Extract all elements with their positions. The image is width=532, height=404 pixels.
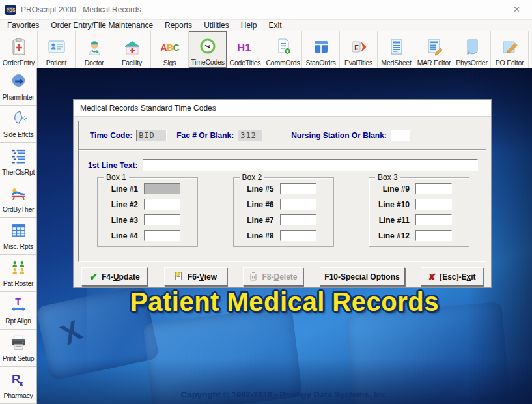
line-11-field[interactable] (415, 214, 452, 225)
rx-symbol-icon: R x (10, 371, 27, 391)
toolbar-label: PhysOrder (456, 59, 487, 66)
sidebar-item-pharmacy[interactable]: R x Pharmacy (0, 367, 36, 404)
sidebar-label: PharmInter (3, 93, 35, 101)
close-icon[interactable]: ✕ (508, 5, 525, 14)
f4-update-button[interactable]: ✔ F4-Update (81, 267, 148, 286)
svg-text:C: C (173, 42, 179, 53)
f10-special-options-button[interactable]: F10-Special Options (320, 267, 405, 286)
h1-text-icon: H1 (234, 35, 257, 59)
line-8-field[interactable] (280, 230, 316, 241)
note-pencil-icon (500, 35, 520, 59)
window-title: PROscript 2000 - Medical Records (21, 5, 508, 14)
doctor-icon (85, 35, 104, 59)
svg-text:PDS: PDS (7, 7, 16, 12)
f8-delete-button[interactable]: F8-Delete (243, 267, 303, 286)
sidebar-label: Pat Roster (3, 280, 34, 287)
people-group-icon (10, 259, 27, 279)
sidebar-label: Print Setup (3, 354, 35, 362)
sidebar-label: Pharmacy (4, 392, 33, 399)
table-window-icon (311, 35, 331, 59)
toolbar-button-facility[interactable]: Facility (113, 31, 151, 68)
sidebar-item-ordbyther[interactable]: OrdByTher (0, 180, 36, 218)
toolbar-button-doctor[interactable]: Doctor (76, 31, 113, 68)
sidebar-label: Misc. Rpts (3, 242, 33, 250)
red-x-icon: ✘ (428, 272, 436, 282)
sidebar-item-rpt-align[interactable]: T Rpt Align (0, 292, 36, 329)
sidebar-label: TherClsRpt (2, 168, 35, 176)
fac-number-field[interactable] (238, 130, 262, 141)
line-7-field[interactable] (280, 214, 316, 225)
box-1-group: Box 1 Line #1 Line #2 Line #3 Line #4 (97, 177, 198, 247)
toolbar-button-codetitles[interactable]: H1 CodeTitles (227, 31, 264, 68)
toolbar-label: OrderEntry (3, 59, 35, 66)
med-sheet-icon (387, 35, 406, 59)
line-10-field[interactable] (415, 199, 452, 210)
menu-item-help[interactable]: Help (235, 21, 263, 30)
time-codes-dialog: Medical Records Standard Time Codes Time… (73, 99, 492, 288)
clipboard-icon (9, 35, 29, 59)
toolbar-button-orderentry[interactable]: OrderEntry (0, 31, 38, 68)
toolbar-button-commords[interactable]: CommOrds (264, 31, 302, 68)
id-card-icon (47, 35, 66, 59)
toolbar-button-physorder[interactable]: PhysOrder (453, 31, 491, 68)
time-code-field[interactable] (136, 130, 167, 141)
line-6-field[interactable] (280, 199, 316, 210)
sidebar-label: OrdByTher (3, 205, 35, 213)
fac-label: Fac # Or Blank: (176, 131, 234, 140)
app-logo-icon: PDS (5, 5, 16, 15)
toolbar-button-stanordrs[interactable]: StanOrdrs (302, 31, 340, 68)
sidebar: PharmInter Side Effcts (0, 68, 37, 404)
toolbar-button-po-editor[interactable]: PO Editor (491, 31, 529, 68)
menu-item-exit[interactable]: Exit (262, 21, 287, 30)
nursing-station-field[interactable] (391, 130, 410, 141)
sidebar-item-pat-roster[interactable]: Pat Roster (0, 255, 36, 292)
text-align-icon: T (10, 296, 27, 316)
banner-title: Patient Medical Records (37, 287, 532, 317)
indented-list-icon (10, 147, 27, 167)
trash-can-icon (249, 271, 258, 283)
line-1-field[interactable] (144, 183, 180, 194)
line-2-field[interactable] (144, 199, 180, 210)
svg-text:T: T (15, 297, 21, 308)
sidebar-item-print-setup[interactable]: Print Setup (0, 330, 36, 367)
toolbar-label: Facility (122, 59, 142, 66)
f6-view-button[interactable]: F6-View (164, 267, 227, 286)
toolbar-label: Sigs (163, 59, 176, 66)
report-table-icon (10, 222, 27, 242)
toolbar-label: MedSheet (381, 59, 411, 66)
line-4-field[interactable] (144, 230, 180, 241)
sidebar-item-therclsrpt[interactable]: TherClsRpt (0, 143, 36, 180)
menu-item-utilities[interactable]: Utilities (198, 21, 235, 30)
esc-exit-button[interactable]: ✘ [Esc]-Exit (421, 267, 483, 286)
sidebar-label: Rpt Align (5, 317, 31, 325)
menu-bar: Favorites Order Entry/File Maintenance R… (0, 20, 532, 31)
line-9-field[interactable] (415, 183, 452, 194)
toolbar-label: TimeCodes (191, 58, 225, 66)
toolbar-button-sigs[interactable]: A B C Sigs (151, 31, 189, 68)
line-12-field[interactable] (415, 230, 452, 241)
toolbar-label: Patient (46, 59, 66, 66)
menu-item-reports[interactable]: Reports (159, 21, 198, 30)
nursing-station-label: Nursing Station Or Blank: (291, 131, 387, 140)
toolbar-label: MAR Editor (417, 59, 451, 66)
sidebar-item-pharminter[interactable]: PharmInter (0, 68, 36, 106)
line-5-field[interactable] (280, 183, 316, 194)
line-3-field[interactable] (144, 214, 180, 225)
first-line-label: 1st Line Text: (88, 161, 137, 170)
dialog-title: Medical Records Standard Time Codes (74, 100, 491, 117)
menu-item-favorites[interactable]: Favorites (1, 21, 45, 30)
e-arrow-icon: E (349, 35, 369, 59)
toolbar-label: CommOrds (266, 59, 300, 66)
first-line-text-field[interactable] (143, 159, 478, 171)
toolbar-button-patient[interactable]: Patient (38, 31, 76, 68)
toolbar-button-evaltitles[interactable]: E EvalTitles (340, 31, 378, 68)
toolbar-button-timecodes[interactable]: TimeCodes (189, 31, 227, 68)
svg-text:E: E (354, 44, 359, 51)
toolbar-button-medsheet[interactable]: MedSheet (378, 31, 415, 68)
green-check-icon: ✔ (89, 271, 98, 283)
svg-text:x: x (18, 379, 23, 388)
sidebar-item-side-effcts[interactable]: Side Effcts (0, 106, 36, 143)
sidebar-item-misc-rpts[interactable]: Misc. Rpts (0, 218, 36, 255)
toolbar-button-mar-editor[interactable]: MAR Editor (415, 31, 453, 68)
menu-item-order-entry[interactable]: Order Entry/File Maintenance (45, 21, 159, 30)
